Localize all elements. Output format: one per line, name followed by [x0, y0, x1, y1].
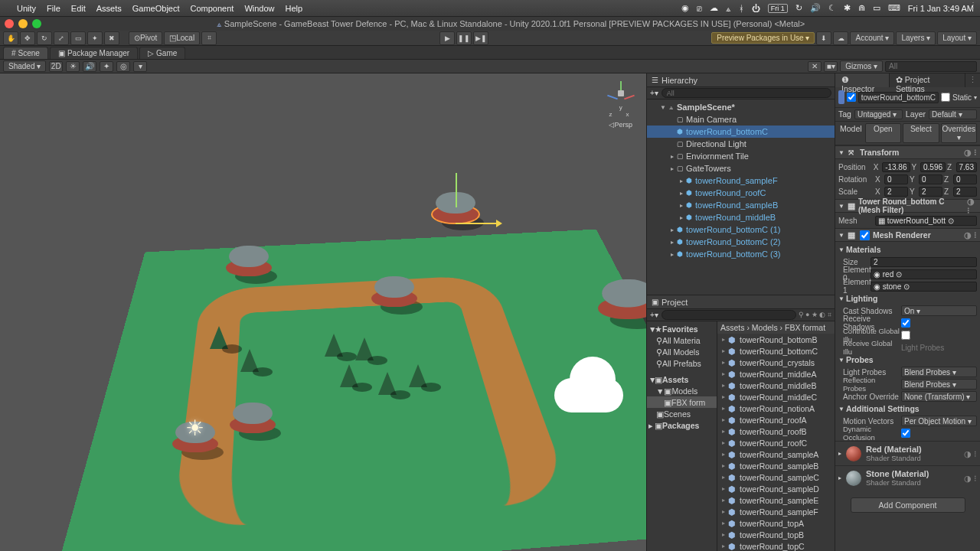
project-panel-header[interactable]: ▣ Project ⋮ [647, 295, 835, 309]
project-file-item[interactable]: ▸⬢towerRound_middleA [717, 368, 835, 380]
project-folder-tree[interactable]: ▼★ Favorites ⚲ All Materia ⚲ All Models … [647, 321, 717, 551]
dynamic-occlusion-checkbox[interactable] [901, 429, 910, 438]
layout-dropdown[interactable]: Layout ▾ [937, 31, 977, 45]
hierarchy-item[interactable]: ▢Main Camera [647, 113, 835, 126]
tab-scene[interactable]: #Scene [3, 47, 48, 59]
meshrenderer-component-header[interactable]: ▼▦ Mesh Renderer ◑ ⁝ [835, 228, 980, 242]
panel-menu-icon[interactable]: ⋮ [965, 73, 980, 87]
tab-inspector[interactable]: ❶ Inspector [835, 73, 890, 87]
rotate-tool-button[interactable]: ↻ [37, 31, 52, 45]
scene-viewport[interactable]: ☀ y zx ◁Persp [0, 73, 646, 551]
favorites-folder[interactable]: ▼★ Favorites [647, 323, 717, 334]
mesh-field[interactable]: ▦ towerRound_bott ⊙ [875, 216, 977, 226]
packages-folder[interactable]: ▸▣ Packages [647, 419, 717, 431]
contribute-gi-checkbox[interactable] [901, 331, 910, 340]
moon-icon[interactable]: ☾ [828, 3, 836, 13]
meshfilter-component-header[interactable]: ▼▦ Tower Round_bottom C (Mesh Filter) ◑ … [835, 199, 980, 213]
tree-object[interactable] [237, 341, 262, 372]
preview-packages-button[interactable]: Preview Packages in Use ▾ [711, 32, 815, 44]
project-filters[interactable]: ⚲ ● ★ ◐ ⌗ [799, 311, 831, 319]
hierarchy-item[interactable]: ▸⬢towerRound_bottomC (3) [647, 248, 835, 260]
hierarchy-item[interactable]: ▸⬢towerRound_middleB [647, 211, 835, 223]
hierarchy-item[interactable]: ▸⬢towerRound_sampleB [647, 199, 835, 211]
project-file-item[interactable]: ▸⬢towerRound_middleB [717, 380, 835, 391]
model-overrides-button[interactable]: Overrides ▾ [941, 123, 977, 143]
local-toggle[interactable]: ◳ Local [164, 31, 200, 45]
cloud-icon[interactable]: ☁ [710, 3, 718, 13]
static-checkbox[interactable] [941, 93, 950, 102]
menu-unity[interactable]: Unity [17, 4, 36, 13]
tree-object[interactable] [406, 357, 430, 387]
collab-button[interactable]: ⬇ [816, 31, 831, 45]
lighting-toggle[interactable]: ☀ [66, 61, 80, 72]
hierarchy-search-input[interactable] [662, 88, 831, 98]
hierarchy-panel-header[interactable]: ☰ Hierarchy ⋮ [647, 73, 835, 87]
hierarchy-item[interactable]: ▸⬢towerRound_bottomC (2) [647, 236, 835, 248]
menu-window[interactable]: Window [244, 4, 274, 13]
project-add-button[interactable]: +▾ [650, 311, 658, 319]
custom-tool-button[interactable]: ✖ [104, 31, 119, 45]
menu-file[interactable]: File [47, 4, 60, 13]
project-file-item[interactable]: ▸⬢towerRound_sampleC [717, 471, 835, 483]
pause-button[interactable]: ❚❚ [456, 31, 472, 45]
maximize-window-button[interactable] [32, 19, 41, 28]
material-red[interactable]: ▸ Red (Material)Shader Standard ◑ ⁝ [835, 441, 980, 465]
hierarchy-item[interactable]: ▸▢GateTowers [647, 162, 835, 174]
hierarchy-add-button[interactable]: +▾ [650, 89, 658, 97]
hierarchy-item[interactable]: ▸⬢towerRound_sampleF [647, 174, 835, 187]
assets-folder[interactable]: ▼▣ Assets [647, 373, 717, 385]
project-file-item[interactable]: ▸⬢towerRound_sampleD [717, 483, 835, 494]
gameobject-icon[interactable] [838, 90, 844, 104]
model-open-button[interactable]: Open [865, 123, 901, 143]
project-file-item[interactable]: ▸⬢towerRound_roofB [717, 425, 835, 437]
menu-assets[interactable]: Assets [96, 4, 122, 13]
move-tool-button[interactable]: ✥ [20, 31, 35, 45]
menu-component[interactable]: Component [191, 4, 234, 13]
volume-icon[interactable]: 🔊 [810, 3, 821, 13]
project-search-input[interactable] [662, 310, 796, 320]
hidden-toggle[interactable]: ◎ [116, 61, 130, 72]
gate-tower-object[interactable] [598, 279, 646, 319]
position-y-field[interactable]: 0.596 [920, 162, 946, 172]
audio-toggle[interactable]: 🔊 [83, 61, 96, 72]
project-breadcrumb[interactable]: Assets › Models › FBX format [717, 321, 835, 334]
scene-search-input[interactable] [885, 61, 977, 72]
directional-light-gizmo-icon[interactable]: ☀ [176, 410, 213, 447]
scene-root[interactable]: ▼⟁SampleScene* [647, 101, 835, 113]
menu-edit[interactable]: Edit [71, 4, 86, 13]
gameobject-name-field[interactable]: towerRound_bottomC [858, 92, 939, 103]
add-component-button[interactable]: Add Component [851, 497, 965, 513]
position-z-field[interactable]: 7.63 [956, 162, 977, 172]
shading-mode-dropdown[interactable]: Shaded ▾ [3, 60, 46, 72]
rotation-x-field[interactable]: 0 [884, 174, 908, 184]
scale-x-field[interactable]: 2 [884, 187, 908, 197]
project-file-list[interactable]: Assets › Models › FBX format ▸⬢towerRoun… [717, 321, 835, 551]
project-file-item[interactable]: ▸⬢towerRound_bottomC [717, 345, 835, 357]
scale-z-field[interactable]: 2 [953, 187, 977, 197]
calendar-icon[interactable]: Fri 1 [768, 4, 788, 13]
rotation-y-field[interactable]: 0 [919, 174, 942, 184]
input-icon[interactable]: ⌨ [888, 3, 900, 13]
cast-shadows-dropdown[interactable]: On ▾ [901, 305, 977, 316]
tree-object[interactable] [207, 318, 231, 349]
gameobject-active-checkbox[interactable] [847, 93, 856, 102]
project-file-item[interactable]: ▸⬢towerRound_sampleF [717, 506, 835, 517]
motion-vectors-dropdown[interactable]: Per Object Motion ▾ [901, 416, 977, 426]
project-file-item[interactable]: ▸⬢towerRound_topA [717, 517, 835, 529]
account-dropdown[interactable]: Account ▾ [850, 31, 894, 45]
tab-package-manager[interactable]: ▣Package Manager [50, 47, 138, 59]
rect-tool-button[interactable]: ▭ [70, 31, 86, 45]
cloud-button[interactable]: ☁ [833, 31, 848, 45]
battery-icon[interactable]: ▭ [873, 3, 880, 13]
orientation-gizmo[interactable]: y zx ◁Persp [609, 84, 632, 129]
bluetooth-icon[interactable]: ᚼ [739, 4, 744, 13]
gizmo-y-axis[interactable] [456, 173, 457, 207]
pivot-toggle[interactable]: ⊙ Pivot [129, 31, 162, 45]
hierarchy-item[interactable]: ⬢towerRound_bottomC [647, 126, 835, 138]
project-file-item[interactable]: ▸⬢towerRound_bottomB [717, 334, 835, 345]
meshrenderer-checkbox[interactable] [860, 230, 870, 240]
receive-shadows-checkbox[interactable] [901, 318, 910, 328]
material-element0-field[interactable]: ◉ red ⊙ [871, 269, 977, 279]
fav-item[interactable]: ⚲ All Prefabs [647, 357, 717, 369]
project-file-item[interactable]: ▸⬢towerRound_sampleE [717, 494, 835, 506]
